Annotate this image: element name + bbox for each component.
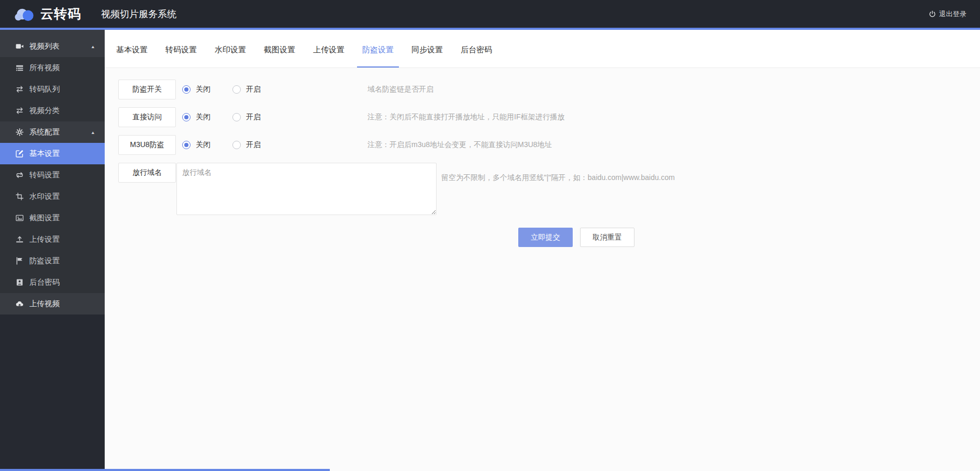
radio-dot [182, 85, 191, 94]
app-logo: 云转码 [15, 5, 81, 23]
sidebar-item-label: 后台密码 [29, 277, 60, 287]
radio-label: 开启 [246, 85, 261, 94]
field-label: 放行域名 [118, 163, 176, 183]
sidebar-item-label: 基本设置 [29, 149, 60, 159]
cloud-logo-icon [15, 7, 36, 21]
sidebar-item-system-config[interactable]: 系统配置 ▲ [0, 121, 105, 143]
sidebar-item-watermark-settings[interactable]: 水印设置 [0, 186, 105, 207]
sidebar-item-label: 截图设置 [29, 213, 60, 223]
sidebar-item-label: 转码设置 [29, 170, 60, 180]
field-label: 直接访问 [118, 107, 176, 127]
tab-basic-settings[interactable]: 基本设置 [111, 30, 153, 68]
video-camera-icon [16, 42, 24, 50]
field-hint: 注意：开启后m3u8地址会变更，不能直接访问M3U8地址 [368, 140, 552, 150]
allowed-domains-textarea[interactable] [176, 163, 437, 215]
radio-label: 关闭 [196, 113, 210, 122]
radio-antitheft-off[interactable]: 关闭 [182, 85, 210, 94]
edit-icon [16, 150, 24, 158]
field-hint: 留空为不限制，多个域名用竖线"|"隔开，如：baidu.com|www.baid… [441, 173, 675, 183]
sidebar-item-screenshot-settings[interactable]: 截图设置 [0, 207, 105, 229]
flag-icon [16, 257, 24, 265]
logo-text: 云转码 [40, 5, 81, 23]
tab-watermark-settings[interactable]: 水印设置 [209, 30, 251, 68]
main-content: 基本设置 转码设置 水印设置 截图设置 上传设置 防盗设置 同步设置 后台密码 … [105, 30, 980, 471]
settings-tabstrip: 基本设置 转码设置 水印设置 截图设置 上传设置 防盗设置 同步设置 后台密码 [105, 30, 980, 68]
sidebar-item-transcode-queue[interactable]: 转码队列 [0, 78, 105, 100]
sidebar-item-label: 所有视频 [29, 63, 60, 73]
sidebar-item-basic-settings[interactable]: 基本设置 [0, 143, 105, 164]
tab-screenshot-settings[interactable]: 截图设置 [259, 30, 300, 68]
sidebar-item-label: 上传视频 [29, 299, 60, 309]
tab-transcode-settings[interactable]: 转码设置 [160, 30, 202, 68]
crop-icon [16, 193, 24, 200]
horizontal-scrollbar-thumb[interactable] [0, 469, 330, 471]
sidebar-item-upload-settings[interactable]: 上传设置 [0, 229, 105, 250]
field-hint: 注意：关闭后不能直接打开播放地址，只能用IF框架进行播放 [368, 113, 564, 122]
page-title: 视频切片服务系统 [101, 8, 176, 20]
field-hint: 域名防盗链是否开启 [368, 85, 433, 94]
radio-antitheft-on[interactable]: 开启 [232, 85, 261, 94]
image-icon [16, 214, 24, 222]
sidebar-item-antitheft-settings[interactable]: 防盗设置 [0, 250, 105, 272]
tab-sync-settings[interactable]: 同步设置 [406, 30, 448, 68]
radio-label: 开启 [246, 113, 261, 122]
sidebar: 视频列表 ▲ 所有视频 转码队列 视频分类 [0, 30, 105, 471]
reset-button[interactable]: 取消重置 [580, 228, 634, 247]
sidebar-item-label: 水印设置 [29, 192, 60, 201]
radio-m3u8-on[interactable]: 开启 [232, 140, 261, 150]
sidebar-item-video-list[interactable]: 视频列表 ▲ [0, 36, 105, 57]
radio-direct-access-off[interactable]: 关闭 [182, 113, 210, 122]
power-icon [929, 10, 936, 18]
sidebar-item-label: 视频分类 [29, 106, 60, 116]
list-icon [16, 64, 24, 72]
exchange-icon [16, 107, 24, 115]
row-antitheft-switch: 防盗开关 关闭 开启 域名防盗链是否开启 [118, 80, 980, 99]
form-actions: 立即提交 取消重置 [518, 228, 980, 247]
sidebar-item-admin-password[interactable]: 后台密码 [0, 272, 105, 293]
radio-dot [232, 141, 241, 149]
gear-icon [16, 128, 24, 136]
sidebar-item-upload-video[interactable]: 上传视频 [0, 293, 105, 315]
tab-antitheft-settings[interactable]: 防盗设置 [357, 30, 399, 68]
cloud-upload-icon [16, 300, 24, 308]
top-header: 云转码 视频切片服务系统 退出登录 [0, 0, 980, 30]
chevron-up-icon: ▲ [91, 130, 95, 134]
row-m3u8-antitheft: M3U8防盗 关闭 开启 注意：开启后m3u8地址会变更，不能直接访问M3U8地… [118, 135, 980, 155]
radio-label: 开启 [246, 140, 261, 150]
radio-dot [182, 113, 191, 121]
sidebar-item-label: 转码队列 [29, 84, 60, 94]
logout-label: 退出登录 [939, 9, 966, 19]
submit-button[interactable]: 立即提交 [518, 228, 573, 247]
sidebar-item-transcode-settings[interactable]: 转码设置 [0, 164, 105, 186]
tab-admin-password[interactable]: 后台密码 [455, 30, 497, 68]
sidebar-item-label: 系统配置 [29, 127, 60, 137]
sidebar-menu: 视频列表 ▲ 所有视频 转码队列 视频分类 [0, 30, 105, 315]
chevron-up-icon: ▲ [91, 44, 95, 49]
radio-dot [232, 113, 241, 121]
radio-dot [182, 141, 191, 149]
sidebar-item-label: 防盗设置 [29, 256, 60, 266]
sidebar-item-all-videos[interactable]: 所有视频 [0, 57, 105, 78]
sidebar-item-label: 上传设置 [29, 234, 60, 244]
radio-dot [232, 85, 241, 94]
row-direct-access: 直接访问 关闭 开启 注意：关闭后不能直接打开播放地址，只能用IF框架进行播放 [118, 107, 980, 127]
sidebar-item-video-category[interactable]: 视频分类 [0, 100, 105, 121]
radio-label: 关闭 [196, 140, 210, 150]
tab-upload-settings[interactable]: 上传设置 [308, 30, 350, 68]
radio-direct-access-on[interactable]: 开启 [232, 113, 261, 122]
row-allowed-domains: 放行域名 留空为不限制，多个域名用竖线"|"隔开，如：baidu.com|www… [118, 163, 980, 215]
field-label: 防盗开关 [118, 80, 176, 99]
logout-button[interactable]: 退出登录 [929, 9, 966, 19]
radio-label: 关闭 [196, 85, 210, 94]
upload-icon [16, 236, 24, 243]
exchange-icon [16, 85, 24, 93]
retweet-icon [16, 171, 24, 179]
field-label: M3U8防盗 [118, 135, 176, 155]
radio-m3u8-off[interactable]: 关闭 [182, 140, 210, 150]
antitheft-settings-form: 防盗开关 关闭 开启 域名防盗链是否开启 直接访问 [105, 68, 980, 247]
idcard-icon [16, 278, 24, 286]
sidebar-item-label: 视频列表 [29, 41, 60, 51]
